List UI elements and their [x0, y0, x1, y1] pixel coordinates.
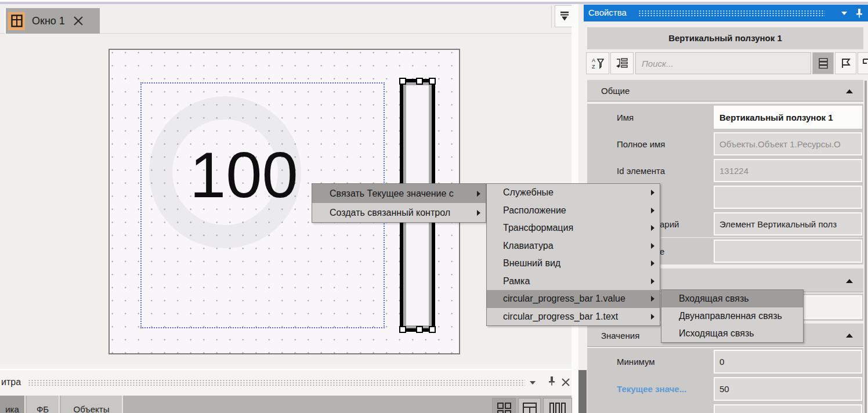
submenu-arrow-icon [651, 208, 654, 213]
property-label [587, 403, 714, 413]
property-label: Полное имя [587, 131, 714, 157]
properties-panel-header[interactable]: Свойства [584, 5, 868, 21]
resize-handle-top-center[interactable] [416, 78, 423, 85]
submenu-arrow-icon [651, 314, 654, 320]
property-value-input[interactable]: 0 [714, 350, 862, 374]
submenu-item-position[interactable]: Расположение [487, 202, 660, 220]
property-row-partial [587, 403, 863, 413]
column-windows-icon [549, 402, 566, 413]
drag-handle-texture[interactable] [638, 10, 825, 17]
resize-handle-top-right[interactable] [429, 78, 436, 85]
menu-item-label: Исходящая связь [679, 328, 754, 339]
property-row-minimum: Минимум 0 [587, 348, 863, 375]
section-general-label: Общие [601, 86, 630, 96]
submenu-item-outgoing-link[interactable]: Исходящая связь [661, 325, 803, 342]
menu-item-label: circular_progress_bar 1.text [503, 311, 618, 322]
menu-item-label: circular_progress_bar 1.value [503, 294, 625, 304]
collapse-arrow-icon[interactable] [846, 89, 853, 93]
property-value-input[interactable] [714, 404, 862, 413]
panel-menu-caret-icon[interactable] [841, 12, 847, 15]
submenu-arrow-icon [477, 210, 480, 216]
bottom-divider-strip [0, 364, 572, 370]
selected-element-title: Вертикальный ползунок 1 [587, 27, 863, 49]
tile-windows-icon [497, 402, 512, 413]
submenu-item-appearance[interactable]: Внешний вид [487, 255, 660, 273]
panel-splitter-grip[interactable] [578, 370, 587, 413]
property-value-readonly [714, 240, 862, 263]
filter-button-partial[interactable] [858, 52, 868, 74]
section-header-general[interactable]: Общие [587, 79, 863, 102]
window-grid-icon [8, 12, 25, 30]
bind-target-submenu: Служебные Расположение Трансформация Кла… [486, 183, 660, 326]
collapse-arrow-icon[interactable] [846, 334, 853, 338]
expand-tree-icon [616, 57, 628, 70]
resize-handle-bottom-right[interactable] [429, 326, 436, 333]
palette-tab-label: ФБ [37, 404, 49, 413]
submenu-item-transformation[interactable]: Трансформация [487, 219, 660, 237]
menu-item-label: Входящая связь [679, 294, 749, 304]
drag-handle-texture[interactable] [28, 379, 525, 387]
palette-tab-fb[interactable]: ФБ [27, 396, 60, 413]
panel-pin-icon[interactable] [855, 8, 863, 20]
submenu-arrow-icon [651, 190, 654, 195]
submenu-arrow-icon [651, 278, 654, 284]
grid-windows-icon [522, 402, 537, 413]
tab-window1[interactable]: Окно 1 [6, 8, 100, 34]
property-row-name: Имя Вертикальный ползунок 1 [587, 104, 863, 131]
category-view-button[interactable] [812, 52, 834, 74]
menu-item-label: Создать связанный контрол [330, 208, 450, 218]
menu-item-create-linked-control[interactable]: Создать связанный контрол [312, 203, 486, 222]
layout-grid-button[interactable] [518, 398, 541, 413]
layout-tiles-button[interactable] [492, 398, 516, 413]
expand-properties-button[interactable] [610, 52, 634, 74]
tab-close-icon[interactable] [73, 16, 84, 26]
menu-item-label: Двунаправленная связь [679, 311, 782, 321]
submenu-item-incoming-link[interactable]: Входящая связь [661, 290, 803, 307]
submenu-arrow-icon [651, 260, 654, 266]
menu-item-label: Рамка [503, 276, 530, 287]
list-view-icon [818, 57, 829, 69]
layout-columns-button[interactable] [543, 398, 572, 413]
property-value-input[interactable]: Элемент Вертикальный полз [714, 212, 862, 236]
property-value-readonly: 131224 [714, 159, 862, 182]
submenu-item-service[interactable]: Служебные [487, 184, 660, 202]
properties-scrollbar[interactable] [863, 75, 868, 413]
tabbar-separator [551, 6, 552, 28]
property-value-input[interactable]: Вертикальный ползунок 1 [714, 106, 862, 129]
property-row-id: Id элемента 131224 [587, 157, 863, 184]
panel-menu-caret-icon[interactable] [530, 381, 536, 385]
property-value-input[interactable]: 50 [714, 377, 862, 401]
properties-search-input[interactable] [635, 52, 811, 74]
property-value-readonly [714, 186, 862, 209]
flag-icon [840, 57, 852, 69]
submenu-item-keyboard[interactable]: Клавиатура [487, 237, 660, 255]
resize-handle-bottom-left[interactable] [399, 326, 406, 333]
property-label: Имя [587, 104, 714, 131]
submenu-item-bidirectional-link[interactable]: Двунаправленная связь [661, 307, 803, 325]
palette-panel-header[interactable]: итра [0, 370, 572, 396]
collapse-arrow-icon[interactable] [846, 279, 853, 283]
submenu-item-progressbar-text[interactable]: circular_progress_bar 1.text [487, 308, 660, 326]
svg-text:Z: Z [592, 64, 595, 70]
sort-filter-button[interactable]: AZ [586, 52, 609, 74]
submenu-item-frame[interactable]: Рамка [487, 273, 660, 291]
resize-handle-bottom-center[interactable] [416, 326, 423, 333]
submenu-item-progressbar-value[interactable]: circular_progress_bar 1.value [487, 290, 660, 308]
svg-text:A: A [592, 57, 595, 63]
panel-close-icon[interactable] [561, 378, 570, 389]
scrollbar-thumb[interactable] [865, 81, 867, 413]
flag-view-button[interactable] [835, 52, 856, 74]
menu-item-label: Расположение [503, 205, 566, 216]
palette-tabbar: ика ФБ Объекты [0, 396, 572, 413]
property-label-linked: Текущее значе... [587, 375, 714, 403]
panel-pin-icon[interactable] [548, 376, 556, 388]
menu-item-bind-current-value[interactable]: Связать Текущее значение с [312, 184, 486, 203]
property-label: Id элемента [587, 157, 714, 184]
palette-tab-objects[interactable]: Объекты [61, 396, 123, 413]
palette-tab-grafika[interactable]: ика [0, 396, 26, 413]
resize-handle-top-left[interactable] [399, 78, 406, 85]
property-row-fullname: Полное имя Объекты.Объект 1.Ресурсы.О [587, 131, 863, 157]
link-type-submenu: Входящая связь Двунаправленная связь Исх… [661, 289, 804, 343]
submenu-arrow-icon [651, 296, 654, 302]
property-row-current-value: Текущее значе... 50 [587, 375, 863, 403]
